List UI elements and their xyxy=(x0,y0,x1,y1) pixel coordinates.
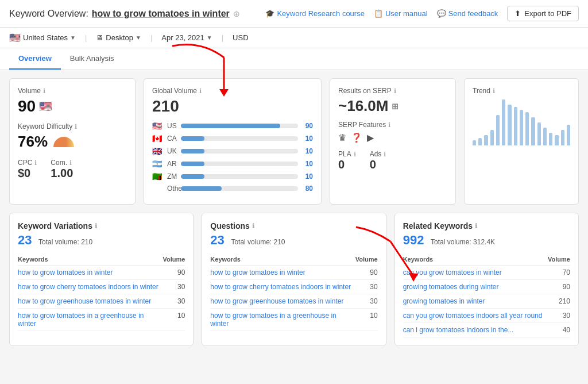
device-selector[interactable]: 🖥 Desktop ▼ xyxy=(96,33,141,42)
global-bar-row: 🇬🇧UK10 xyxy=(152,147,313,156)
trend-label: Trend ℹ xyxy=(473,87,570,95)
bar-fill xyxy=(181,186,222,191)
global-volume-label: Global Volume ℹ xyxy=(152,87,313,95)
keyword-link[interactable]: how to grow cherry tomatoes indoors in w… xyxy=(18,283,158,291)
kd-row: Keyword Difficulty ℹ 76% xyxy=(18,122,127,151)
bar-background xyxy=(181,136,298,141)
bar-flag: 🇺🇸 xyxy=(152,121,164,130)
volume-info-icon[interactable]: ℹ xyxy=(43,87,45,95)
kd-arc-icon xyxy=(53,137,74,147)
serp-value: ~16.0M xyxy=(338,97,388,115)
tabs-bar: Overview Bulk Analysis xyxy=(0,48,588,70)
serp-play-icon: ▶ xyxy=(367,132,374,143)
rk-info-icon[interactable]: ℹ xyxy=(475,222,477,230)
volume-value-row: 90 🇺🇸 xyxy=(18,97,127,116)
serp-features-info-icon[interactable]: ℹ xyxy=(388,121,390,129)
com-info-icon[interactable]: ℹ xyxy=(69,159,72,167)
trend-bar xyxy=(531,117,535,145)
cpc-item: CPC ℹ $0 xyxy=(18,159,37,180)
keyword-volume: 30 xyxy=(547,309,570,323)
bar-num: 10 xyxy=(301,147,313,155)
send-feedback-link[interactable]: 💬 Send feedback xyxy=(437,9,498,18)
global-bar-row: 🇺🇸US90 xyxy=(152,121,313,130)
trend-bar xyxy=(561,130,564,145)
keyword-link[interactable]: how to grow tomatoes in a greenhouse in … xyxy=(210,312,336,328)
export-pdf-button[interactable]: ⬆ Export to PDF xyxy=(507,6,579,21)
bar-num: 80 xyxy=(301,185,313,193)
course-icon: 🎓 xyxy=(265,9,274,18)
table-row: can you grow tomatoes in winter70 xyxy=(403,266,570,280)
toolbar: 🇺🇸 United States ▼ | 🖥 Desktop ▼ | Apr 2… xyxy=(0,28,588,48)
user-manual-link[interactable]: 📋 User manual xyxy=(374,9,428,18)
global-bar-row: Other80 xyxy=(152,185,313,193)
keyword-link[interactable]: can you grow tomatoes in winter xyxy=(403,268,502,277)
table-row: how to grow cherry tomatoes indoors in w… xyxy=(210,280,377,294)
keyword-research-course-link[interactable]: 🎓 Keyword Research course xyxy=(265,9,364,18)
com-item: Com. ℹ 1.00 xyxy=(51,159,73,180)
q-count: 23 xyxy=(210,233,224,248)
bar-fill xyxy=(181,149,204,153)
device-chevron: ▼ xyxy=(136,34,141,41)
edit-icon[interactable]: ⊕ xyxy=(233,9,240,18)
tab-overview[interactable]: Overview xyxy=(9,48,61,70)
feedback-icon: 💬 xyxy=(437,9,446,18)
cpc-label: CPC ℹ xyxy=(18,159,37,167)
kv-col-volume: Volume xyxy=(163,254,185,266)
keyword-link[interactable]: how to grow cherry tomatoes indoors in w… xyxy=(210,283,351,291)
bar-fill xyxy=(181,174,204,179)
bar-flag: 🇦🇷 xyxy=(152,159,164,168)
country-label: United States xyxy=(23,33,68,42)
trend-info-icon[interactable]: ℹ xyxy=(493,87,495,95)
keyword-link[interactable]: how to grow tomatoes in winter xyxy=(210,268,305,277)
serp-copy-icon[interactable]: ⊞ xyxy=(392,102,399,111)
keyword-volume: 40 xyxy=(547,323,570,337)
date-selector[interactable]: Apr 23, 2021 ▼ xyxy=(161,33,212,42)
kv-info-icon[interactable]: ℹ xyxy=(95,222,97,230)
serp-ads-item: Ads ℹ 0 xyxy=(370,150,386,171)
keyword-link[interactable]: can i grow tomatoes indoors in the... xyxy=(403,326,514,334)
table-row: how to grow tomatoes in winter90 xyxy=(18,266,185,280)
serp-question-icon: ❓ xyxy=(351,132,362,143)
cpc-value: $0 xyxy=(18,167,37,180)
ads-info-icon[interactable]: ℹ xyxy=(384,151,386,158)
global-volume-info-icon[interactable]: ℹ xyxy=(199,87,202,95)
kd-value: 76% xyxy=(18,133,127,151)
keyword-volume: 210 xyxy=(547,294,570,309)
q-total: Total volume: 210 xyxy=(231,238,285,246)
keyword-link[interactable]: growing tomatoes during winter xyxy=(403,283,499,291)
tab-bulk-analysis[interactable]: Bulk Analysis xyxy=(61,48,123,70)
bar-background xyxy=(181,174,298,179)
serp-label: Results on SERP ℹ xyxy=(338,87,447,95)
pla-info-icon[interactable]: ℹ xyxy=(354,151,356,158)
keyword-link[interactable]: how to grow tomatoes in a greenhouse in … xyxy=(18,312,144,328)
rk-total: Total volume: 312.4K xyxy=(431,238,495,246)
keyword-link[interactable]: how to grow tomatoes in winter xyxy=(18,268,113,277)
bar-background xyxy=(181,162,298,166)
kd-label: Keyword Difficulty ℹ xyxy=(18,122,127,130)
header-title-static: Keyword Overview: xyxy=(9,9,88,19)
q-info-icon[interactable]: ℹ xyxy=(252,222,254,230)
kd-info-icon[interactable]: ℹ xyxy=(75,123,77,130)
keyword-link[interactable]: how to grow greenhouse tomatoes in winte… xyxy=(18,297,151,305)
bar-code: Other xyxy=(167,185,177,193)
q-table: Keywords Volume how to grow tomatoes in … xyxy=(210,254,377,331)
serp-info-icon[interactable]: ℹ xyxy=(394,87,396,95)
trend-bar xyxy=(478,138,482,145)
table-row: how to grow greenhouse tomatoes in winte… xyxy=(210,294,377,309)
keyword-link[interactable]: how to grow greenhouse tomatoes in winte… xyxy=(210,297,343,305)
manual-icon: 📋 xyxy=(374,9,383,18)
toolbar-divider-2: | xyxy=(150,33,152,42)
country-selector[interactable]: 🇺🇸 United States ▼ xyxy=(9,32,76,43)
main-content: Volume ℹ 90 🇺🇸 Keyword Difficulty ℹ 76% xyxy=(0,70,588,354)
trend-bar xyxy=(567,125,570,145)
table-row: how to grow tomatoes in a greenhouse in … xyxy=(18,309,185,331)
keyword-link[interactable]: growing tomatoes in winter xyxy=(403,297,485,305)
keyword-volume: 30 xyxy=(163,280,185,294)
cpc-info-icon[interactable]: ℹ xyxy=(34,159,37,167)
q-col-volume: Volume xyxy=(355,254,378,266)
currency-label: USD xyxy=(233,33,248,42)
keyword-link[interactable]: can you grow tomatoes indoors all year r… xyxy=(403,312,543,320)
trend-bar xyxy=(520,110,523,145)
trend-bar xyxy=(543,128,547,145)
kv-count: 23 xyxy=(18,233,32,248)
